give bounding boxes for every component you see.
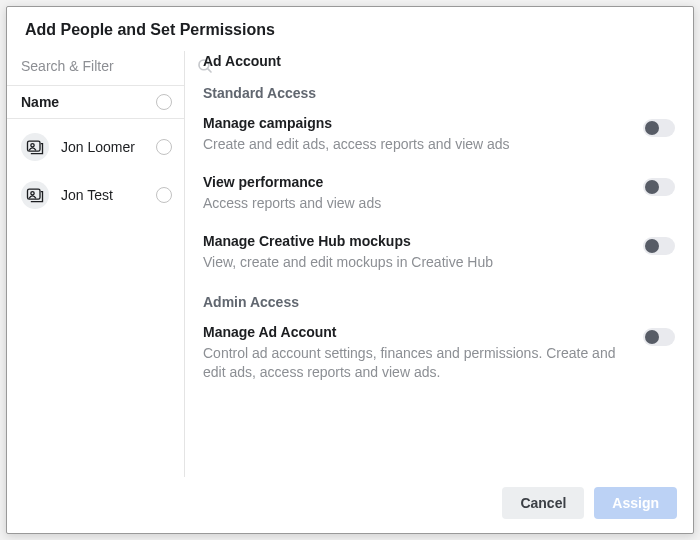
perm-title: View performance [203,174,627,190]
toggle-manage-campaigns[interactable] [643,119,675,137]
assign-button[interactable]: Assign [594,487,677,519]
person-name: Jon Test [61,187,144,203]
toggle-manage-account[interactable] [643,328,675,346]
perm-desc: Control ad account settings, finances an… [203,344,627,382]
permissions-modal: Add People and Set Permissions Name [6,6,694,534]
people-panel: Name Jon Loomer [7,51,185,477]
person-row[interactable]: Jon Loomer [7,123,184,171]
perm-desc: Access reports and view ads [203,194,627,213]
select-all-radio[interactable] [156,94,172,110]
modal-title: Add People and Set Permissions [7,7,693,51]
perm-desc: Create and edit ads, access reports and … [203,135,627,154]
cancel-button[interactable]: Cancel [502,487,584,519]
search-input[interactable] [21,58,196,74]
admin-access-label: Admin Access [203,288,675,320]
person-radio[interactable] [156,139,172,155]
person-name: Jon Loomer [61,139,144,155]
search-row [7,51,184,86]
toggle-view-performance[interactable] [643,178,675,196]
perm-title: Manage Ad Account [203,324,627,340]
perm-view-performance: View performance Access reports and view… [203,170,675,229]
avatar-icon [21,181,49,209]
svg-point-3 [31,144,34,147]
person-row[interactable]: Jon Test [7,171,184,219]
person-radio[interactable] [156,187,172,203]
perm-title: Manage Creative Hub mockups [203,233,627,249]
perm-manage-account: Manage Ad Account Control ad account set… [203,320,675,398]
section-title: Ad Account [203,51,675,83]
perm-desc: View, create and edit mockups in Creativ… [203,253,627,272]
perm-title: Manage campaigns [203,115,627,131]
perm-creative-hub: Manage Creative Hub mockups View, create… [203,229,675,288]
permissions-panel: Ad Account Standard Access Manage campai… [185,51,693,477]
people-list: Jon Loomer Jon Test [7,119,184,223]
avatar-icon [21,133,49,161]
svg-point-5 [31,192,34,195]
modal-footer: Cancel Assign [7,477,693,533]
name-header-label: Name [21,94,59,110]
name-column-header: Name [7,86,184,119]
perm-manage-campaigns: Manage campaigns Create and edit ads, ac… [203,111,675,170]
standard-access-label: Standard Access [203,83,675,111]
modal-body: Name Jon Loomer [7,51,693,477]
toggle-creative-hub[interactable] [643,237,675,255]
